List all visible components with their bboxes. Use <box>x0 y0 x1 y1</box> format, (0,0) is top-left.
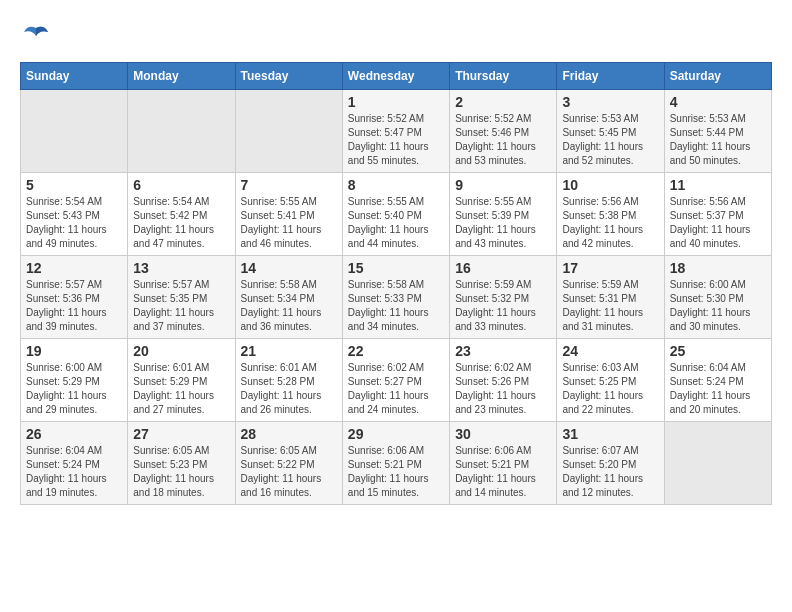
day-number: 20 <box>133 343 229 359</box>
day-info: Sunrise: 6:01 AM Sunset: 5:29 PM Dayligh… <box>133 361 229 417</box>
weekday-header-row: SundayMondayTuesdayWednesdayThursdayFrid… <box>21 63 772 90</box>
calendar-cell <box>21 90 128 173</box>
logo <box>20 20 56 52</box>
calendar-cell: 24Sunrise: 6:03 AM Sunset: 5:25 PM Dayli… <box>557 339 664 422</box>
day-info: Sunrise: 5:53 AM Sunset: 5:45 PM Dayligh… <box>562 112 658 168</box>
calendar-cell: 23Sunrise: 6:02 AM Sunset: 5:26 PM Dayli… <box>450 339 557 422</box>
weekday-header-wednesday: Wednesday <box>342 63 449 90</box>
weekday-header-sunday: Sunday <box>21 63 128 90</box>
calendar-cell: 16Sunrise: 5:59 AM Sunset: 5:32 PM Dayli… <box>450 256 557 339</box>
weekday-header-monday: Monday <box>128 63 235 90</box>
day-info: Sunrise: 5:54 AM Sunset: 5:43 PM Dayligh… <box>26 195 122 251</box>
day-info: Sunrise: 5:52 AM Sunset: 5:47 PM Dayligh… <box>348 112 444 168</box>
day-info: Sunrise: 6:05 AM Sunset: 5:22 PM Dayligh… <box>241 444 337 500</box>
day-info: Sunrise: 5:54 AM Sunset: 5:42 PM Dayligh… <box>133 195 229 251</box>
calendar-cell: 19Sunrise: 6:00 AM Sunset: 5:29 PM Dayli… <box>21 339 128 422</box>
day-number: 13 <box>133 260 229 276</box>
day-info: Sunrise: 6:02 AM Sunset: 5:27 PM Dayligh… <box>348 361 444 417</box>
calendar-cell: 21Sunrise: 6:01 AM Sunset: 5:28 PM Dayli… <box>235 339 342 422</box>
day-info: Sunrise: 6:04 AM Sunset: 5:24 PM Dayligh… <box>670 361 766 417</box>
calendar-week-1: 1Sunrise: 5:52 AM Sunset: 5:47 PM Daylig… <box>21 90 772 173</box>
day-number: 4 <box>670 94 766 110</box>
day-number: 29 <box>348 426 444 442</box>
day-number: 3 <box>562 94 658 110</box>
calendar-cell: 11Sunrise: 5:56 AM Sunset: 5:37 PM Dayli… <box>664 173 771 256</box>
day-info: Sunrise: 5:52 AM Sunset: 5:46 PM Dayligh… <box>455 112 551 168</box>
calendar-cell: 7Sunrise: 5:55 AM Sunset: 5:41 PM Daylig… <box>235 173 342 256</box>
day-number: 10 <box>562 177 658 193</box>
calendar-cell: 4Sunrise: 5:53 AM Sunset: 5:44 PM Daylig… <box>664 90 771 173</box>
calendar-cell: 22Sunrise: 6:02 AM Sunset: 5:27 PM Dayli… <box>342 339 449 422</box>
calendar-cell: 17Sunrise: 5:59 AM Sunset: 5:31 PM Dayli… <box>557 256 664 339</box>
calendar-cell <box>664 422 771 505</box>
calendar-cell: 29Sunrise: 6:06 AM Sunset: 5:21 PM Dayli… <box>342 422 449 505</box>
day-info: Sunrise: 6:05 AM Sunset: 5:23 PM Dayligh… <box>133 444 229 500</box>
weekday-header-friday: Friday <box>557 63 664 90</box>
day-number: 30 <box>455 426 551 442</box>
day-number: 22 <box>348 343 444 359</box>
page-header <box>20 20 772 52</box>
day-info: Sunrise: 5:56 AM Sunset: 5:37 PM Dayligh… <box>670 195 766 251</box>
day-number: 23 <box>455 343 551 359</box>
day-info: Sunrise: 5:59 AM Sunset: 5:32 PM Dayligh… <box>455 278 551 334</box>
day-info: Sunrise: 5:55 AM Sunset: 5:39 PM Dayligh… <box>455 195 551 251</box>
calendar-cell: 5Sunrise: 5:54 AM Sunset: 5:43 PM Daylig… <box>21 173 128 256</box>
day-info: Sunrise: 5:58 AM Sunset: 5:34 PM Dayligh… <box>241 278 337 334</box>
calendar-cell: 27Sunrise: 6:05 AM Sunset: 5:23 PM Dayli… <box>128 422 235 505</box>
day-info: Sunrise: 6:06 AM Sunset: 5:21 PM Dayligh… <box>455 444 551 500</box>
day-info: Sunrise: 6:00 AM Sunset: 5:30 PM Dayligh… <box>670 278 766 334</box>
calendar-cell: 10Sunrise: 5:56 AM Sunset: 5:38 PM Dayli… <box>557 173 664 256</box>
calendar-week-4: 19Sunrise: 6:00 AM Sunset: 5:29 PM Dayli… <box>21 339 772 422</box>
calendar-cell: 18Sunrise: 6:00 AM Sunset: 5:30 PM Dayli… <box>664 256 771 339</box>
day-number: 16 <box>455 260 551 276</box>
day-number: 24 <box>562 343 658 359</box>
calendar-cell: 3Sunrise: 5:53 AM Sunset: 5:45 PM Daylig… <box>557 90 664 173</box>
calendar-week-3: 12Sunrise: 5:57 AM Sunset: 5:36 PM Dayli… <box>21 256 772 339</box>
logo-icon <box>20 20 52 52</box>
calendar-cell: 9Sunrise: 5:55 AM Sunset: 5:39 PM Daylig… <box>450 173 557 256</box>
calendar-cell <box>235 90 342 173</box>
day-number: 21 <box>241 343 337 359</box>
day-number: 31 <box>562 426 658 442</box>
day-number: 28 <box>241 426 337 442</box>
day-info: Sunrise: 6:07 AM Sunset: 5:20 PM Dayligh… <box>562 444 658 500</box>
day-info: Sunrise: 5:55 AM Sunset: 5:40 PM Dayligh… <box>348 195 444 251</box>
day-number: 26 <box>26 426 122 442</box>
calendar-cell: 1Sunrise: 5:52 AM Sunset: 5:47 PM Daylig… <box>342 90 449 173</box>
day-number: 14 <box>241 260 337 276</box>
day-info: Sunrise: 5:57 AM Sunset: 5:35 PM Dayligh… <box>133 278 229 334</box>
calendar-week-5: 26Sunrise: 6:04 AM Sunset: 5:24 PM Dayli… <box>21 422 772 505</box>
day-number: 18 <box>670 260 766 276</box>
day-number: 25 <box>670 343 766 359</box>
day-info: Sunrise: 5:55 AM Sunset: 5:41 PM Dayligh… <box>241 195 337 251</box>
day-info: Sunrise: 6:01 AM Sunset: 5:28 PM Dayligh… <box>241 361 337 417</box>
weekday-header-tuesday: Tuesday <box>235 63 342 90</box>
calendar-cell: 20Sunrise: 6:01 AM Sunset: 5:29 PM Dayli… <box>128 339 235 422</box>
calendar-cell: 30Sunrise: 6:06 AM Sunset: 5:21 PM Dayli… <box>450 422 557 505</box>
calendar-cell: 13Sunrise: 5:57 AM Sunset: 5:35 PM Dayli… <box>128 256 235 339</box>
calendar-cell: 26Sunrise: 6:04 AM Sunset: 5:24 PM Dayli… <box>21 422 128 505</box>
day-number: 17 <box>562 260 658 276</box>
day-info: Sunrise: 6:04 AM Sunset: 5:24 PM Dayligh… <box>26 444 122 500</box>
day-number: 2 <box>455 94 551 110</box>
calendar-cell <box>128 90 235 173</box>
day-info: Sunrise: 6:03 AM Sunset: 5:25 PM Dayligh… <box>562 361 658 417</box>
day-info: Sunrise: 5:58 AM Sunset: 5:33 PM Dayligh… <box>348 278 444 334</box>
calendar-week-2: 5Sunrise: 5:54 AM Sunset: 5:43 PM Daylig… <box>21 173 772 256</box>
day-info: Sunrise: 6:02 AM Sunset: 5:26 PM Dayligh… <box>455 361 551 417</box>
day-info: Sunrise: 6:00 AM Sunset: 5:29 PM Dayligh… <box>26 361 122 417</box>
day-number: 12 <box>26 260 122 276</box>
day-info: Sunrise: 5:59 AM Sunset: 5:31 PM Dayligh… <box>562 278 658 334</box>
day-info: Sunrise: 5:53 AM Sunset: 5:44 PM Dayligh… <box>670 112 766 168</box>
day-info: Sunrise: 5:56 AM Sunset: 5:38 PM Dayligh… <box>562 195 658 251</box>
day-number: 19 <box>26 343 122 359</box>
weekday-header-saturday: Saturday <box>664 63 771 90</box>
calendar-table: SundayMondayTuesdayWednesdayThursdayFrid… <box>20 62 772 505</box>
calendar-cell: 12Sunrise: 5:57 AM Sunset: 5:36 PM Dayli… <box>21 256 128 339</box>
day-number: 1 <box>348 94 444 110</box>
day-number: 5 <box>26 177 122 193</box>
day-number: 11 <box>670 177 766 193</box>
calendar-cell: 15Sunrise: 5:58 AM Sunset: 5:33 PM Dayli… <box>342 256 449 339</box>
calendar-cell: 6Sunrise: 5:54 AM Sunset: 5:42 PM Daylig… <box>128 173 235 256</box>
calendar-cell: 31Sunrise: 6:07 AM Sunset: 5:20 PM Dayli… <box>557 422 664 505</box>
